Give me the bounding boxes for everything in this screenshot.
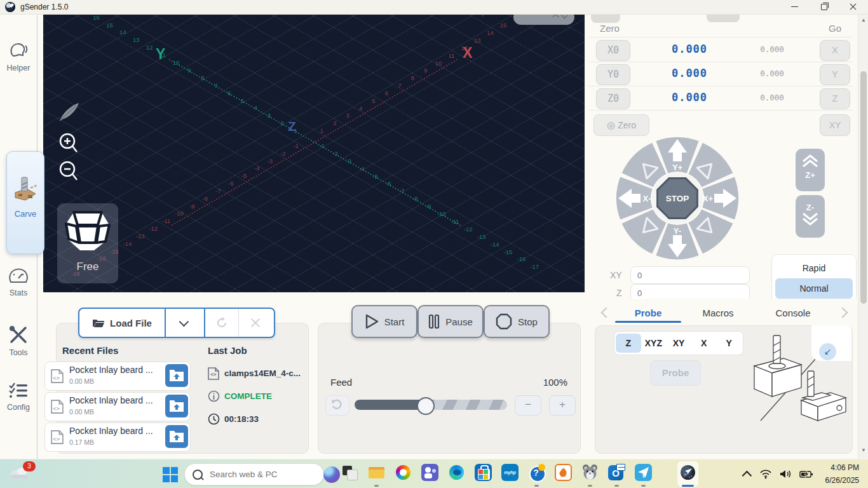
svg-text:6: 6	[385, 90, 388, 97]
svg-text:-12: -12	[464, 226, 473, 233]
open-file-button[interactable]	[165, 395, 188, 417]
sidebar-item-carve[interactable]: Carve	[6, 151, 44, 254]
visualizer-canvas[interactable]: -18-17-16-15-14-13-12-11-10-9-8-7-6-5-4-…	[43, 13, 585, 292]
minimize-button[interactable]	[784, 0, 806, 13]
weather-widget[interactable]: 3	[9, 463, 34, 485]
zero-y-button[interactable]: Y0	[596, 64, 630, 85]
file-size: 0.00 MB	[69, 377, 94, 385]
load-file-button[interactable]: Load File	[79, 309, 166, 337]
close-button[interactable]	[843, 0, 864, 13]
stop-button[interactable]: Stop	[484, 305, 550, 338]
go-z-button[interactable]: Z	[820, 88, 850, 109]
panel-scrollbar[interactable]: ▲ ▼	[858, 14, 868, 459]
tab-macros[interactable]: Macros	[680, 308, 756, 318]
jog-z-plus-button[interactable]: Z+	[796, 149, 825, 191]
go-y-button[interactable]: Y	[820, 64, 850, 85]
close-file-button[interactable]	[239, 309, 272, 337]
job-control-card	[318, 323, 581, 454]
feed-reset-button[interactable]	[325, 395, 349, 416]
svg-text:-11: -11	[162, 217, 170, 224]
zoom-in-icon[interactable]	[58, 132, 80, 159]
taskbar-outlook-icon[interactable]: O	[606, 461, 627, 487]
tab-console[interactable]: Console	[755, 308, 831, 318]
jog-y-plus-label[interactable]: Y+	[672, 163, 683, 172]
probe-mode-xy[interactable]: XY	[666, 334, 691, 353]
open-file-button[interactable]	[165, 364, 188, 387]
svg-text:-3: -3	[346, 158, 351, 165]
recent-file-item[interactable]: <>Pocket Inlay beard ...0.17 MB	[44, 423, 191, 452]
jog-z-minus-button[interactable]: Z-	[796, 195, 825, 238]
jog-preset-normal[interactable]: Normal	[775, 278, 853, 299]
jog-x-plus-label[interactable]: X+	[703, 194, 714, 203]
sidebar-item-tools[interactable]: Tools	[0, 325, 37, 357]
scrollbar-up-icon[interactable]: ▲	[860, 17, 867, 23]
taskbar-store-icon[interactable]	[473, 461, 494, 487]
go-x-button[interactable]: X	[820, 40, 850, 61]
svg-text:4: 4	[254, 104, 257, 111]
feed-increase-button[interactable]: +	[549, 395, 576, 416]
load-file-dropdown-button[interactable]	[166, 309, 205, 337]
jog-xy-speed-input[interactable]	[630, 266, 750, 284]
recent-file-item[interactable]: <>Pocket Inlay beard ...0.00 MB	[44, 362, 191, 391]
scrollbar-down-icon[interactable]: ▼	[860, 447, 867, 453]
pause-button[interactable]: Pause	[417, 305, 484, 338]
zoom-out-icon[interactable]	[58, 160, 80, 187]
probe-corner-select-button[interactable]: ↙	[819, 343, 836, 360]
recent-file-item[interactable]: <>Pocket Inlay beard ...0.00 MB	[44, 392, 191, 421]
jog-y-minus-label[interactable]: Y-	[674, 226, 681, 236]
jog-preset-rapid[interactable]: Rapid	[775, 258, 853, 278]
jog-z-speed-input[interactable]	[630, 284, 750, 299]
taskbar-copilot-icon[interactable]	[393, 461, 414, 487]
probe-mode-z[interactable]: Z	[616, 334, 641, 353]
svg-text:15: 15	[500, 22, 507, 29]
taskbar-hp-support-icon[interactable]: ?	[526, 461, 547, 487]
taskbar-hamster-icon[interactable]	[580, 461, 600, 487]
zero-all-button[interactable]: ◎Zero	[593, 114, 649, 136]
camera-view-widget[interactable]: Free	[57, 203, 118, 283]
start-button[interactable]: Start	[351, 305, 417, 338]
taskbar-teams-icon[interactable]	[419, 461, 440, 487]
volume-icon[interactable]	[780, 469, 792, 479]
reload-file-button[interactable]	[205, 309, 239, 337]
sidebar-item-config[interactable]: Config	[0, 383, 37, 412]
probe-mode-x[interactable]: X	[691, 334, 717, 353]
sidebar-item-helper[interactable]: Helper	[0, 39, 37, 72]
search-input[interactable]	[208, 469, 323, 480]
tray-chevron-icon[interactable]	[742, 470, 752, 480]
restore-button[interactable]	[813, 0, 835, 13]
clipped-button-fragment	[707, 14, 740, 22]
taskbar-mail-icon[interactable]	[633, 461, 654, 487]
battery-icon[interactable]	[799, 470, 813, 478]
taskbar-flame-icon[interactable]	[553, 461, 574, 487]
taskbar-edge-icon[interactable]	[446, 461, 467, 487]
taskbar-gsender-icon[interactable]	[677, 461, 698, 487]
jog-stop-button[interactable]: STOP	[666, 194, 689, 203]
probe-button[interactable]: Probe	[650, 360, 701, 386]
tab-probe[interactable]: Probe	[610, 308, 686, 318]
taskbar-task-view-icon[interactable]	[339, 461, 360, 487]
dro-row-y: Y00.0000.000Y	[585, 62, 859, 86]
start-menu-button[interactable]	[163, 467, 178, 482]
feed-decrease-button[interactable]: −	[515, 395, 541, 416]
zero-x-button[interactable]: X0	[596, 40, 630, 61]
svg-text:-9: -9	[189, 203, 194, 210]
taskbar-file-explorer-icon[interactable]	[366, 461, 387, 487]
open-file-button[interactable]	[165, 425, 188, 448]
jog-x-minus-label[interactable]: X-	[643, 194, 651, 203]
app-window: Workspace: -18-17-16-15-14-13-12-11-10-9…	[0, 0, 868, 488]
taskbar-clock[interactable]: 4:06 PM 6/26/2025	[813, 461, 859, 487]
feed-slider-thumb[interactable]	[417, 397, 435, 415]
undo-icon	[330, 398, 343, 411]
jog-wheel[interactable]: Y+Y-X-X+STOP	[614, 135, 741, 262]
tabs-scroll-right-icon[interactable]	[837, 308, 848, 318]
zero-z-button[interactable]: Z0	[596, 88, 630, 109]
scrollbar-thumb[interactable]	[860, 71, 867, 304]
taskbar-search[interactable]	[184, 463, 324, 485]
lightweight-mode-icon[interactable]	[57, 100, 81, 126]
sidebar-item-stats[interactable]: Stats	[0, 267, 37, 297]
wifi-icon[interactable]	[759, 469, 772, 479]
probe-mode-xyz[interactable]: XYZ	[641, 334, 667, 353]
taskbar-myhp-icon[interactable]: myhp	[499, 461, 520, 487]
probe-mode-y[interactable]: Y	[716, 334, 742, 353]
go-xy-button[interactable]: XY	[820, 114, 850, 136]
